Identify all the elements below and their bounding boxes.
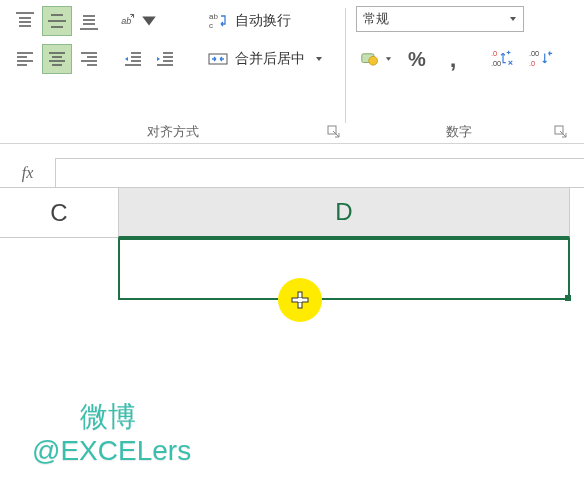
col-header-d[interactable]: D xyxy=(118,188,570,238)
merge-center-label: 合并后居中 xyxy=(235,50,305,68)
merge-center-button[interactable]: 合并后居中 xyxy=(201,44,329,74)
formula-bar: fx xyxy=(0,158,584,188)
number-format-value: 常规 xyxy=(363,10,389,28)
orientation-button[interactable]: ab xyxy=(118,6,158,36)
wrap-text-label: 自动换行 xyxy=(235,12,291,30)
cursor-highlight xyxy=(278,278,322,322)
column-headers: C D xyxy=(0,188,584,238)
increase-decimal-button[interactable]: .0.00 xyxy=(486,44,520,74)
align-middle-button[interactable] xyxy=(42,6,72,36)
svg-text:ab: ab xyxy=(121,16,131,26)
align-group-label: 对齐方式 xyxy=(10,117,335,141)
decrease-decimal-button[interactable]: .00.0 xyxy=(524,44,558,74)
wrap-text-button[interactable]: abc 自动换行 xyxy=(201,6,329,36)
group-alignment: ab abc 自动换行 xyxy=(0,0,345,143)
svg-text:.00: .00 xyxy=(491,59,501,68)
chevron-down-icon xyxy=(509,15,517,23)
watermark: 微博 @EXCELers xyxy=(32,400,191,467)
svg-text:.0: .0 xyxy=(491,49,497,58)
increase-indent-button[interactable] xyxy=(150,44,180,74)
number-group-label: 数字 xyxy=(356,117,562,141)
align-left-button[interactable] xyxy=(10,44,40,74)
svg-text:.00: .00 xyxy=(529,49,539,58)
accounting-format-button[interactable] xyxy=(356,44,396,74)
align-center-button[interactable] xyxy=(42,44,72,74)
svg-text:c: c xyxy=(209,21,213,30)
col-header-c[interactable]: C xyxy=(0,188,118,238)
plus-cursor-icon xyxy=(290,290,310,310)
align-top-button[interactable] xyxy=(10,6,40,36)
svg-rect-34 xyxy=(209,54,227,64)
formula-input[interactable] xyxy=(56,158,584,187)
svg-text:ab: ab xyxy=(209,12,218,21)
svg-text:.0: .0 xyxy=(529,59,535,68)
svg-rect-45 xyxy=(298,298,302,302)
number-dialog-launcher[interactable] xyxy=(554,125,568,139)
selected-cell[interactable] xyxy=(118,238,570,300)
align-dialog-launcher[interactable] xyxy=(327,125,341,139)
fill-handle[interactable] xyxy=(565,295,571,301)
percent-button[interactable]: % xyxy=(400,44,434,74)
group-number: 常规 % , .0.00 .00.0 数字 xyxy=(346,0,572,143)
fx-button[interactable]: fx xyxy=(0,158,56,187)
decrease-indent-button[interactable] xyxy=(118,44,148,74)
comma-button[interactable]: , xyxy=(438,44,468,74)
ribbon: ab abc 自动换行 xyxy=(0,0,584,144)
align-bottom-button[interactable] xyxy=(74,6,104,36)
number-format-dropdown[interactable]: 常规 xyxy=(356,6,524,32)
align-right-button[interactable] xyxy=(74,44,104,74)
svg-point-37 xyxy=(369,56,378,65)
watermark-line1: 微博 xyxy=(32,400,191,434)
watermark-line2: @EXCELers xyxy=(32,434,191,468)
